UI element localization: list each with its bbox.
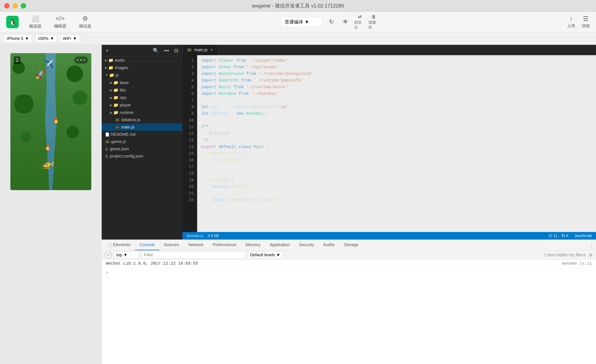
code-line[interactable]: this.restart() (201, 157, 596, 163)
tab-main-js[interactable]: JS main.js ✕ (183, 45, 217, 55)
minimize-button[interactable] (12, 3, 18, 8)
network-select[interactable]: WiFi ▼ (60, 35, 80, 42)
devtools-tab-performance[interactable]: Performance (208, 240, 241, 250)
details-button[interactable]: ☰ 详情 (581, 15, 590, 29)
tree-item-readme[interactable]: 📄README.md (102, 131, 182, 138)
console-filter-input[interactable] (142, 252, 245, 258)
app-logo: 🐧 (6, 16, 19, 28)
code-line[interactable]: restart() { (201, 177, 596, 184)
devtools-tabs-end: ⋮ (589, 242, 594, 248)
refresh-button[interactable]: ↻ (326, 17, 337, 27)
code-line[interactable]: import Enemy from './npc/enemy' (201, 64, 596, 71)
devtools-tab-storage[interactable]: Storage (339, 240, 363, 250)
console-context-select[interactable]: top ▼ (114, 252, 139, 258)
code-line[interactable]: canvas.removeEventListener( (201, 197, 596, 203)
close-button[interactable] (4, 3, 9, 8)
code-line[interactable] (201, 117, 596, 124)
tree-item-gamejson[interactable]: {}game.json (102, 145, 182, 153)
console-input[interactable] (111, 270, 592, 275)
search-button[interactable]: 🔍 (152, 47, 160, 54)
console-message-source[interactable]: WAGame.js:11 (562, 261, 592, 266)
console-clear-button[interactable]: ⊘ (105, 252, 112, 258)
compile-mode-select[interactable]: 普通编译 ▼ (281, 17, 323, 27)
tree-item-databus[interactable]: JSdatabus.js (102, 116, 182, 124)
tree-item-game[interactable]: JSgame.js (102, 138, 182, 145)
devtools-tab-security[interactable]: Security (294, 240, 319, 250)
console-output[interactable]: Wechat Lib:1.8.0, 2017.12.22 16:03:55 WA… (102, 260, 596, 364)
upload-button[interactable]: ↑ 上传 (567, 15, 575, 29)
devtools-panel: ⬚ Elements Console Sources Network Perfo… (102, 239, 596, 364)
code-line[interactable]: } (201, 163, 596, 170)
clear-cache-button[interactable]: 🗑 清缓存 (368, 17, 379, 27)
toolbar-right: ↑ 上传 ☰ 详情 (567, 15, 590, 29)
editor-button[interactable]: </> 编辑器 (52, 15, 68, 29)
code-line[interactable] (201, 170, 596, 177)
line-number: 18 (183, 170, 194, 177)
tree-item-base[interactable]: ▶📁base (102, 79, 182, 86)
maximize-button[interactable] (21, 3, 26, 8)
code-line[interactable]: * 游戏主函数 (201, 130, 596, 137)
code-line[interactable]: let ctx = canvas.getContext('2d') (201, 104, 596, 110)
compile-mode-arrow: ▼ (305, 19, 309, 25)
line-number: 7 (183, 97, 194, 104)
tree-item-npc[interactable]: ▶📁npc (102, 94, 182, 101)
code-line[interactable]: import GameInfo from './runtime/gameinfo… (201, 77, 596, 84)
devtools-tab-sources[interactable]: Sources (159, 240, 184, 250)
devtools-tab-console-label: Console (140, 242, 155, 247)
window-title: wxgame - 微信开发者工具 v1.02.1712280 (252, 2, 344, 9)
devtools-tab-network[interactable]: Network (184, 240, 208, 250)
line-number: 21 (183, 190, 194, 197)
devtools-more-icon[interactable]: ⋮ (589, 242, 594, 248)
code-line[interactable]: */ (201, 137, 596, 144)
tab-close-button[interactable]: ✕ (210, 48, 213, 52)
traffic-lights (4, 3, 26, 8)
console-prompt-row: › (102, 269, 596, 277)
console-settings-icon[interactable]: ⚙ (589, 253, 593, 258)
hidden-items-label: 1 item hidden by filters (544, 253, 586, 257)
zoom-arrow: ▼ (50, 36, 54, 41)
code-line[interactable]: import BackGround from './runtime/backgr… (201, 71, 596, 77)
code-line[interactable]: let databus = new DataBus() (201, 110, 596, 117)
device-select[interactable]: iPhone 5 ▼ (4, 35, 32, 42)
devtools-tab-application[interactable]: Application (265, 240, 294, 250)
code-line[interactable]: import DataBus from './databus' (201, 90, 596, 97)
main-content: 🚀 ✈️ 🚁 🔥 🔥 1 • • • + 🔍 (0, 45, 596, 364)
game-menu-dots[interactable]: • • • (74, 56, 88, 64)
simulator-button[interactable]: ⬜ 模拟器 (27, 15, 44, 29)
code-content[interactable]: import Player from './player/index'impor… (197, 55, 596, 232)
zoom-select[interactable]: 100% ▼ (35, 35, 57, 42)
debugger-button[interactable]: ⚙ 调试器 (77, 15, 93, 29)
code-container[interactable]: 12345678910111213141516171819202122 impo… (183, 55, 596, 232)
devtools-tab-console[interactable]: Console (135, 240, 159, 250)
code-line[interactable] (201, 97, 596, 104)
backend-button[interactable]: ⇄ 切后台 (354, 17, 365, 27)
devtools-tab-elements[interactable]: ⬚ Elements (104, 240, 135, 250)
collapse-button[interactable]: ⊟ (173, 47, 179, 54)
preview-button[interactable]: 👁 (340, 17, 351, 27)
titlebar: wxgame - 微信开发者工具 v1.02.1712280 (0, 0, 596, 12)
tree-item-audio[interactable]: ▶📁audio (102, 56, 182, 64)
devtools-tab-audits[interactable]: Audits (319, 240, 339, 250)
devtools-tab-elements-label: Elements (113, 242, 130, 247)
add-file-button[interactable]: + (105, 47, 110, 54)
devtools-tab-memory[interactable]: Memory (241, 240, 265, 250)
code-line[interactable] (201, 190, 596, 197)
tree-item-projectconfig[interactable]: {}project.config.json (102, 153, 182, 160)
code-line[interactable]: import Player from './player/index' (201, 57, 596, 64)
code-line[interactable]: databus.reset() (201, 184, 596, 190)
console-level-select[interactable]: Default levels ▼ (248, 252, 283, 258)
tree-item-images[interactable]: ▶📁images (102, 64, 182, 71)
code-line[interactable]: /** (201, 124, 596, 130)
tree-item-player[interactable]: ▶📁player (102, 101, 182, 109)
code-line[interactable]: import Music from './runtime/music' (201, 84, 596, 90)
tree-item-js[interactable]: ▼📁js (102, 71, 182, 79)
more-options-button[interactable]: ••• (163, 47, 170, 54)
tree-item-libs[interactable]: ▶📁libs (102, 86, 182, 94)
line-number: 12 (183, 130, 194, 137)
console-message-text: Wechat Lib:1.8.0, 2017.12.22 16:03:55 (106, 261, 559, 266)
code-line[interactable]: constructor() { (201, 150, 596, 157)
compile-mode-label: 普通编译 (285, 19, 303, 25)
tree-item-main[interactable]: JSmain.js (102, 124, 182, 131)
code-line[interactable]: export default class Main { (201, 144, 596, 150)
tree-item-runtime[interactable]: ▶📁runtime (102, 109, 182, 116)
